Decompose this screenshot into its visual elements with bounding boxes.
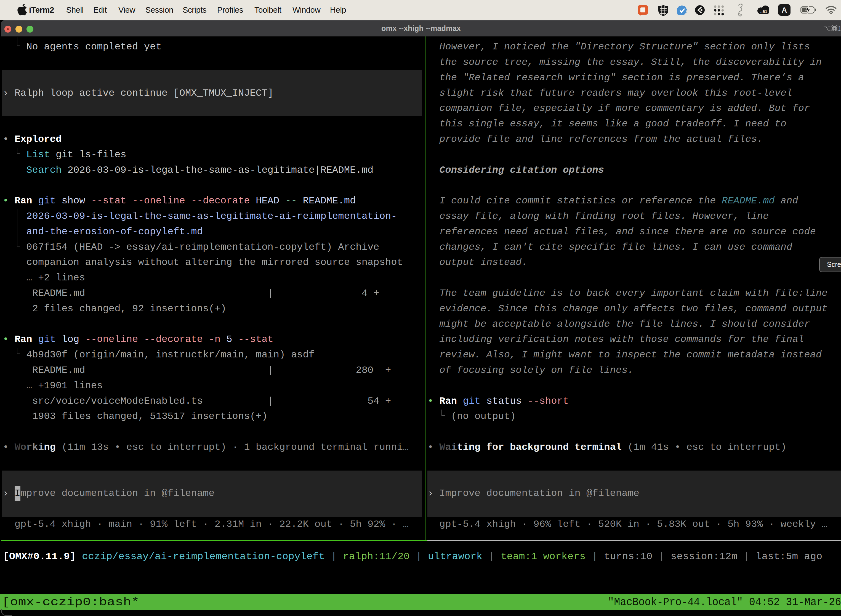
svg-text:A: A [782,6,787,14]
svg-text:..61: ..61 [760,9,767,14]
svg-text:1: 1 [838,25,841,32]
